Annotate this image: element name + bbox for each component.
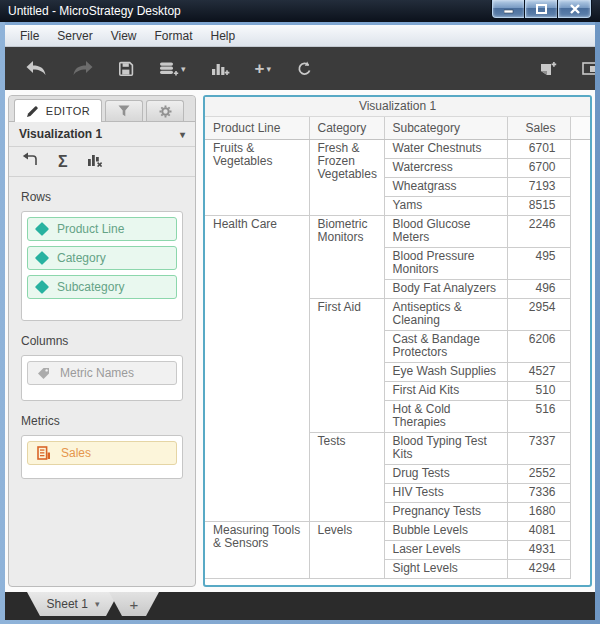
sales-cell[interactable]: 2246: [507, 216, 570, 248]
visualization-selector[interactable]: Visualization 1 ▾: [9, 122, 195, 147]
subcategory-cell[interactable]: Cast & Bandage Protectors: [384, 331, 507, 363]
menu-file[interactable]: File: [11, 26, 48, 46]
maximize-icon: [536, 4, 547, 14]
column-header-subcategory[interactable]: Subcategory: [384, 117, 507, 140]
column-header-category[interactable]: Category: [309, 117, 384, 140]
column-header-product-line[interactable]: Product Line: [205, 117, 309, 140]
grid-row: Measuring Tools & SensorsLevelsBubble Le…: [205, 522, 590, 541]
product-line-cell[interactable]: Health Care: [205, 216, 309, 522]
product-line-cell[interactable]: Fruits & Vegetables: [205, 140, 309, 216]
add-data-button[interactable]: ▾: [150, 55, 195, 83]
filler-cell: [570, 433, 590, 465]
insert-plus-icon: +: [255, 62, 265, 76]
sales-cell[interactable]: 6701: [507, 140, 570, 159]
menu-format[interactable]: Format: [145, 26, 201, 46]
visualization-container[interactable]: Visualization 1 Product Line Category Su…: [203, 95, 592, 587]
pill-category[interactable]: Category: [27, 246, 177, 270]
sales-cell[interactable]: 6700: [507, 159, 570, 178]
subcategory-cell[interactable]: Sight Levels: [384, 560, 507, 579]
subcategory-cell[interactable]: Water Chestnuts: [384, 140, 507, 159]
sales-cell[interactable]: 2552: [507, 465, 570, 484]
subcategory-cell[interactable]: Body Fat Analyzers: [384, 280, 507, 299]
menu-server[interactable]: Server: [48, 26, 101, 46]
filler-cell: [570, 159, 590, 178]
subcategory-cell[interactable]: Pregnancy Tests: [384, 503, 507, 522]
sales-cell[interactable]: 7337: [507, 433, 570, 465]
category-cell[interactable]: Biometric Monitors: [309, 216, 384, 299]
subcategory-cell[interactable]: Wheatgrass: [384, 178, 507, 197]
sales-cell[interactable]: 4527: [507, 363, 570, 382]
grid-table: Product Line Category Subcategory Sales …: [205, 117, 590, 579]
sales-cell[interactable]: 8515: [507, 197, 570, 216]
subcategory-cell[interactable]: Blood Pressure Monitors: [384, 248, 507, 280]
sales-cell[interactable]: 495: [507, 248, 570, 280]
subcategory-cell[interactable]: Laser Levels: [384, 541, 507, 560]
tab-editor[interactable]: EDITOR: [14, 99, 102, 122]
sales-cell[interactable]: 4081: [507, 522, 570, 541]
sales-cell[interactable]: 4294: [507, 560, 570, 579]
new-page-icon: [539, 60, 557, 77]
presentation-mode-button[interactable]: [573, 55, 595, 83]
save-button[interactable]: [109, 55, 143, 83]
sales-cell[interactable]: 1680: [507, 503, 570, 522]
add-sheet-button[interactable]: +: [109, 592, 159, 616]
sales-cell[interactable]: 2954: [507, 299, 570, 331]
category-cell[interactable]: Tests: [309, 433, 384, 522]
rows-dropzone[interactable]: Product Line Category Subcategory: [21, 211, 183, 321]
subcategory-cell[interactable]: First Aid Kits: [384, 382, 507, 401]
redo-button[interactable]: [63, 55, 102, 83]
clear-chart-button[interactable]: [87, 153, 103, 171]
metrics-dropzone[interactable]: Sales: [21, 435, 183, 479]
sales-cell[interactable]: 496: [507, 280, 570, 299]
insert-button[interactable]: + ▾: [246, 55, 280, 83]
maximize-button[interactable]: [525, 0, 558, 18]
window-title: Untitled - MicroStrategy Desktop: [8, 4, 181, 18]
sales-cell[interactable]: 6206: [507, 331, 570, 363]
category-cell[interactable]: Fresh & Frozen Vegetables: [309, 140, 384, 216]
undo-button[interactable]: [17, 55, 56, 83]
sales-cell[interactable]: 7193: [507, 178, 570, 197]
attribute-diamond-icon: [35, 280, 49, 294]
subcategory-cell[interactable]: Bubble Levels: [384, 522, 507, 541]
toolbar: ▾ + ▾: [5, 47, 595, 90]
pill-metric-names[interactable]: Metric Names: [27, 361, 177, 385]
tab-settings[interactable]: [146, 100, 184, 121]
rows-label: Rows: [21, 190, 183, 204]
subcategory-cell[interactable]: Yams: [384, 197, 507, 216]
swap-axes-button[interactable]: [22, 152, 39, 171]
minimize-icon: [504, 4, 514, 14]
totals-button[interactable]: Σ: [58, 153, 68, 171]
swap-axes-icon: [22, 152, 39, 167]
product-line-cell[interactable]: Measuring Tools & Sensors: [205, 522, 309, 579]
menu-view[interactable]: View: [102, 26, 146, 46]
tab-filter[interactable]: [105, 100, 143, 121]
pill-sales[interactable]: Sales: [27, 441, 177, 465]
subcategory-cell[interactable]: Drug Tests: [384, 465, 507, 484]
columns-dropzone[interactable]: Metric Names: [21, 355, 183, 401]
column-header-sales[interactable]: Sales: [507, 117, 570, 140]
minimize-button[interactable]: [492, 0, 525, 18]
subcategory-cell[interactable]: Antiseptics & Cleaning: [384, 299, 507, 331]
menu-help[interactable]: Help: [202, 26, 245, 46]
pill-subcategory[interactable]: Subcategory: [27, 275, 177, 299]
subcategory-cell[interactable]: Eye Wash Supplies: [384, 363, 507, 382]
sales-cell[interactable]: 510: [507, 382, 570, 401]
sales-cell[interactable]: 4931: [507, 541, 570, 560]
close-button[interactable]: [558, 0, 591, 18]
pill-product-line[interactable]: Product Line: [27, 217, 177, 241]
sales-cell[interactable]: 516: [507, 401, 570, 433]
subcategory-cell[interactable]: Watercress: [384, 159, 507, 178]
subcategory-cell[interactable]: Blood Typing Test Kits: [384, 433, 507, 465]
subcategory-cell[interactable]: HIV Tests: [384, 484, 507, 503]
add-visualization-button[interactable]: [202, 55, 239, 83]
category-cell[interactable]: Levels: [309, 522, 384, 579]
save-icon: [118, 61, 134, 77]
refresh-button[interactable]: [287, 55, 322, 83]
sales-cell[interactable]: 7336: [507, 484, 570, 503]
category-cell[interactable]: First Aid: [309, 299, 384, 433]
sheet-tab[interactable]: Sheet 1 ▾: [27, 592, 119, 616]
new-page-button[interactable]: [530, 55, 566, 83]
subcategory-cell[interactable]: Hot & Cold Therapies: [384, 401, 507, 433]
subcategory-cell[interactable]: Blood Glucose Meters: [384, 216, 507, 248]
filler-cell: [570, 178, 590, 197]
